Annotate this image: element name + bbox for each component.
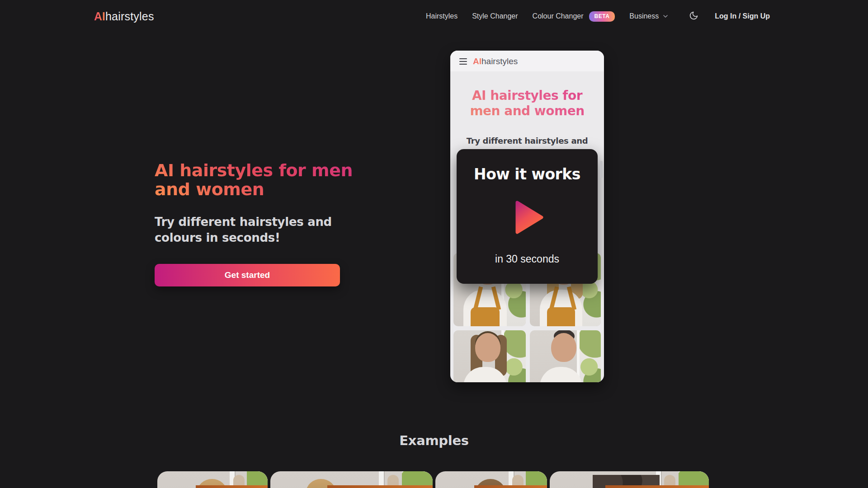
chevron-down-icon — [662, 13, 669, 20]
example-image — [550, 471, 709, 488]
window-backdrop — [577, 330, 601, 382]
beta-badge: BETA — [589, 11, 615, 22]
get-started-button[interactable]: Get started — [155, 264, 340, 286]
phone-example-photo — [530, 330, 601, 382]
phone-mockup: AIhairstyles AI hairstyles formen and wo… — [450, 51, 604, 382]
play-button[interactable] — [515, 201, 543, 234]
nav-link-business[interactable]: Business — [629, 12, 669, 20]
phone-scrollbar-thumb[interactable] — [600, 161, 603, 178]
menu-icon — [459, 58, 467, 66]
theme-toggle-button[interactable] — [689, 11, 698, 22]
hero-subtitle: Try different hairstyles andcolours in s… — [155, 214, 372, 246]
examples-row — [157, 471, 709, 488]
hero-title: AI hairstyles for menand women — [155, 161, 372, 199]
logo-ai: AI — [94, 10, 105, 23]
example-image — [435, 471, 547, 488]
logo-text: hairstyles — [105, 10, 154, 23]
examples-heading: Examples — [0, 433, 868, 448]
example-image — [157, 471, 268, 488]
phone-mockup-title: AI hairstyles formen and women — [450, 88, 604, 119]
play-icon — [515, 229, 543, 235]
phone-mockup-logo: AIhairstyles — [473, 56, 518, 66]
how-it-works-card: How it works in 30 seconds — [457, 149, 598, 284]
login-signup-link[interactable]: Log In / Sign Up — [715, 12, 770, 20]
site-logo[interactable]: AIhairstyles — [94, 10, 154, 23]
hero-section: AI hairstyles for menand women Try diffe… — [155, 161, 372, 286]
moon-icon — [689, 11, 698, 22]
top-navbar: AIhairstyles Hairstyles Style Changer Co… — [94, 0, 770, 33]
how-it-works-caption: in 30 seconds — [457, 253, 598, 265]
nav-links: Hairstyles Style Changer Colour Changer … — [411, 11, 770, 22]
phone-example-photo — [453, 330, 526, 382]
nav-link-colour-changer[interactable]: Colour Changer BETA — [533, 11, 615, 22]
nav-link-style-changer[interactable]: Style Changer — [472, 12, 518, 20]
nav-link-hairstyles[interactable]: Hairstyles — [426, 12, 458, 20]
how-it-works-title: How it works — [457, 165, 598, 183]
example-image — [270, 471, 433, 488]
